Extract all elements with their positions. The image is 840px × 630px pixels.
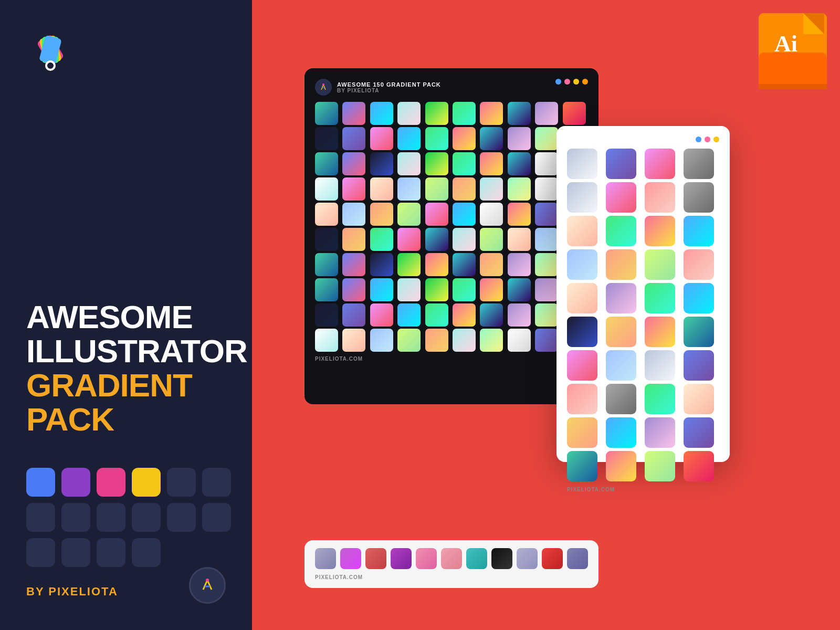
- right-panel: Ai AWESOME 150 GRADIENT PACK BY PIXELIOT…: [252, 0, 840, 630]
- svg-text:Ai: Ai: [774, 31, 797, 57]
- bottom-swatch-4: [416, 548, 437, 569]
- white-gradient-3: [684, 149, 714, 179]
- dark-gradient-32: [370, 177, 393, 201]
- dark-gradient-14: [425, 127, 448, 150]
- dark-gradient-81: [342, 303, 365, 327]
- dark-gradient-98: [535, 329, 558, 352]
- dark-gradient-75: [453, 278, 476, 301]
- dark-gradient-67: [508, 253, 531, 276]
- dark-gradient-24: [425, 152, 448, 175]
- dark-gradient-61: [342, 253, 365, 276]
- dark-gradient-27: [508, 152, 531, 175]
- dark-gradient-62: [370, 253, 393, 276]
- white-gradient-35: [684, 417, 714, 448]
- dark-gradient-17: [508, 127, 531, 150]
- white-gradient-27: [684, 350, 714, 381]
- dark-gradient-8: [535, 102, 558, 125]
- bottom-swatch-7: [491, 548, 512, 569]
- color-swatch-2: [97, 468, 125, 497]
- white-gradient-9: [606, 216, 636, 246]
- dark-gradient-13: [397, 127, 421, 150]
- white-gradient-0: [567, 149, 597, 179]
- dark-gradient-16: [480, 127, 503, 150]
- white-gradient-26: [645, 350, 675, 381]
- dark-gradient-37: [508, 177, 531, 201]
- dark-gradient-53: [397, 228, 421, 251]
- ai-file-icon: Ai: [756, 10, 830, 92]
- dark-gradient-87: [508, 303, 531, 327]
- bottom-swatches-bar: PIXELIOTA.COM: [304, 540, 598, 588]
- dark-gradient-66: [480, 253, 503, 276]
- white-gradient-5: [606, 182, 636, 213]
- dark-gradient-7: [508, 102, 531, 125]
- white-gradient-29: [606, 384, 636, 414]
- white-gradient-28: [567, 384, 597, 414]
- dark-gradient-38: [535, 177, 558, 201]
- dark-gradient-85: [453, 303, 476, 327]
- dark-gradient-47: [508, 203, 531, 226]
- color-swatch-6: [26, 503, 55, 532]
- svg-rect-16: [759, 84, 827, 89]
- bottom-swatch-1: [340, 548, 361, 569]
- dark-gradient-36: [480, 177, 503, 201]
- white-gradient-17: [606, 283, 636, 313]
- title-line2: ILLUSTRATOR: [26, 334, 226, 368]
- dark-gradient-15: [453, 127, 476, 150]
- dark-panel-footer: PIXELIOTA.COM: [315, 356, 588, 362]
- dark-gradient-26: [480, 152, 503, 175]
- by-pixeliota-label: BY PIXELIOTA: [26, 585, 118, 598]
- white-gradient-22: [645, 317, 675, 347]
- dark-gradient-22: [370, 152, 393, 175]
- dark-gradient-9: [563, 102, 586, 125]
- color-swatch-7: [61, 503, 90, 532]
- dark-gradient-46: [480, 203, 503, 226]
- dark-gradient-12: [370, 127, 393, 150]
- dark-gradient-4: [425, 102, 448, 125]
- dark-gradient-33: [397, 177, 421, 201]
- color-swatch-0: [26, 468, 55, 497]
- dark-gradient-52: [370, 228, 393, 251]
- white-gradient-34: [645, 417, 675, 448]
- bottom-logo: [189, 567, 226, 604]
- dark-gradient-72: [370, 278, 393, 301]
- color-swatch-11: [202, 503, 231, 532]
- white-gradient-38: [645, 451, 675, 481]
- title-block: AWESOME ILLUSTRATOR GRADIENT PACK: [26, 300, 226, 436]
- dark-gradient-55: [453, 228, 476, 251]
- white-gradient-4: [567, 182, 597, 213]
- white-gradient-18: [645, 283, 675, 313]
- dark-gradient-18: [535, 127, 558, 150]
- white-gradient-30: [645, 384, 675, 414]
- dark-gradient-45: [453, 203, 476, 226]
- dark-gradient-83: [397, 303, 421, 327]
- dark-gradient-65: [453, 253, 476, 276]
- white-panel-footer: PIXELIOTA.COM: [567, 487, 719, 492]
- dark-gradient-54: [425, 228, 448, 251]
- white-gradient-10: [645, 216, 675, 246]
- white-gradient-36: [567, 451, 597, 481]
- dark-gradient-97: [508, 329, 531, 352]
- bottom-swatch-0: [315, 548, 336, 569]
- color-swatch-9: [132, 503, 161, 532]
- dark-gradient-10: [315, 127, 338, 150]
- white-gradient-14: [645, 249, 675, 280]
- title-line1: AWESOME: [26, 300, 226, 334]
- dark-gradient-91: [342, 329, 365, 352]
- dark-gradient-40: [315, 203, 338, 226]
- dark-gradient-90: [315, 329, 338, 352]
- white-gradient-2: [645, 149, 675, 179]
- bottom-swatch-9: [542, 548, 563, 569]
- dark-gradient-43: [397, 203, 421, 226]
- dark-gradient-25: [453, 152, 476, 175]
- bottom-swatch-8: [517, 548, 538, 569]
- dark-gradient-94: [425, 329, 448, 352]
- dark-gradient-56: [480, 228, 503, 251]
- dark-gradient-51: [342, 228, 365, 251]
- title-line3: GRADIENT PACK: [26, 368, 226, 436]
- dark-gradient-50: [315, 228, 338, 251]
- dark-gradient-88: [535, 303, 558, 327]
- color-swatch-10: [167, 503, 196, 532]
- white-gradient-6: [645, 182, 675, 213]
- color-swatch-1: [61, 468, 90, 497]
- white-gradient-11: [684, 216, 714, 246]
